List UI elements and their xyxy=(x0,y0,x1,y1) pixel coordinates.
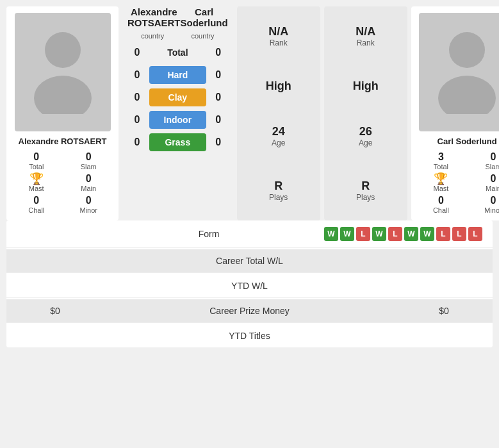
player2-age: 26 Age xyxy=(359,125,372,147)
grass-badge: Grass xyxy=(149,133,206,151)
bottom-section: Form W W L W L W W L L L Career Total W/… xyxy=(6,220,493,347)
player2-peak: High xyxy=(353,79,379,93)
player2-slam: 0 Slam xyxy=(470,151,499,170)
indoor-badge: Indoor xyxy=(149,111,206,129)
player1-info-panel: N/A Rank High 24 Age R Plays xyxy=(237,6,320,220)
player1-age: 24 Age xyxy=(272,125,285,147)
form-badge-1: W xyxy=(324,227,338,241)
ytd-wl-row: YTD W/L xyxy=(6,274,493,298)
form-badge-10: L xyxy=(468,227,482,241)
career-wl-row: Career Total W/L xyxy=(6,249,493,273)
player1-mast: 🏆 Mast xyxy=(13,173,60,192)
clay-badge: Clay xyxy=(149,88,206,106)
player1-card: Alexandre ROTSAERT 0 Total 0 Slam 🏆 Mast… xyxy=(6,6,119,220)
player2-rank: N/A Rank xyxy=(356,25,375,47)
prize-label: Career Prize Money xyxy=(94,306,405,316)
form-badge-2: W xyxy=(340,227,354,241)
total-badge: Total xyxy=(149,44,206,62)
surface-clay: 0 Clay 0 xyxy=(127,87,228,108)
form-badge-9: L xyxy=(452,227,466,241)
player2-chall: 0 Chall xyxy=(418,195,465,214)
player2-card: Carl Soderlund 3 Total 0 Slam 🏆 Mast 0 M… xyxy=(411,6,499,220)
player1-country: country xyxy=(141,32,164,40)
player2-country: country xyxy=(191,32,214,40)
total-score-right: 0 xyxy=(209,47,228,58)
indoor-score-left: 0 xyxy=(127,114,147,126)
player1-peak: High xyxy=(266,79,291,93)
svg-point-1 xyxy=(34,76,92,114)
player1-stats: 0 Total 0 Slam 🏆 Mast 0 Main 0 Chall xyxy=(13,151,112,214)
ytd-titles-row: YTD Titles xyxy=(6,324,493,347)
surfaces-section: 0 Total 0 0 Hard 0 0 Clay 0 0 xyxy=(127,42,228,153)
comparison-section: Alexandre ROTSAERT 0 Total 0 Slam 🏆 Mast… xyxy=(6,6,493,220)
form-label: Form xyxy=(94,229,324,239)
prize-right: $0 xyxy=(405,306,482,316)
surface-grass: 0 Grass 0 xyxy=(127,132,228,153)
grass-score-right: 0 xyxy=(209,137,228,148)
player2-avatar xyxy=(419,13,499,131)
surface-hard: 0 Hard 0 xyxy=(127,65,228,85)
player1-total: 0 Total xyxy=(13,151,60,170)
form-badges-container: W W L W L W W L L L xyxy=(324,227,482,241)
player1-minor: 0 Minor xyxy=(65,195,113,214)
player2-plays: R Plays xyxy=(356,179,375,202)
player1-plays: R Plays xyxy=(269,179,288,202)
indoor-score-right: 0 xyxy=(209,114,228,126)
player2-total: 3 Total xyxy=(418,151,465,170)
player1-main: 0 Main xyxy=(65,173,113,192)
surface-indoor: 0 Indoor 0 xyxy=(127,110,228,130)
player1-name-top: Alexandre Alexandre ROTSAERT ROTSAERT xyxy=(127,6,181,28)
player-names-row: Alexandre Alexandre ROTSAERT ROTSAERT Ca… xyxy=(127,6,228,28)
middle-panel: Alexandre Alexandre ROTSAERT ROTSAERT Ca… xyxy=(122,6,233,220)
hard-badge: Hard xyxy=(149,66,206,84)
player1-rank: N/A Rank xyxy=(268,25,288,47)
player2-info-panel: N/A Rank High 26 Age R Plays xyxy=(324,6,407,220)
total-score-left: 0 xyxy=(127,47,147,58)
player2-name-top: Carl Soderlund xyxy=(181,6,228,28)
prize-row: $0 Career Prize Money $0 xyxy=(6,299,493,323)
form-badge-7: W xyxy=(420,227,434,241)
ytd-titles-label: YTD Titles xyxy=(94,331,405,341)
clay-score-right: 0 xyxy=(209,92,228,103)
form-badge-5: L xyxy=(388,227,402,241)
player1-chall: 0 Chall xyxy=(13,195,60,214)
player2-mast: 🏆 Mast xyxy=(418,173,465,192)
form-badge-6: W xyxy=(404,227,418,241)
svg-point-3 xyxy=(438,76,496,114)
svg-point-2 xyxy=(449,32,485,68)
hard-score-right: 0 xyxy=(209,69,228,81)
form-row: Form W W L W L W W L L L xyxy=(6,220,493,248)
player1-name: Alexandre ROTSAERT xyxy=(19,137,107,146)
grass-score-left: 0 xyxy=(127,137,147,148)
form-badge-3: L xyxy=(356,227,370,241)
career-wl-label: Career Total W/L xyxy=(94,256,405,266)
hard-score-left: 0 xyxy=(127,69,147,81)
form-badge-4: W xyxy=(372,227,386,241)
ytd-wl-label: YTD W/L xyxy=(94,281,405,291)
player2-minor: 0 Minor xyxy=(470,195,499,214)
form-badge-8: L xyxy=(436,227,450,241)
player2-stats: 3 Total 0 Slam 🏆 Mast 0 Main 0 Chall xyxy=(418,151,499,214)
clay-score-left: 0 xyxy=(127,92,147,103)
prize-left: $0 xyxy=(17,306,94,316)
main-container: Alexandre ROTSAERT 0 Total 0 Slam 🏆 Mast… xyxy=(0,0,499,354)
player2-main: 0 Main xyxy=(470,173,499,192)
player1-avatar xyxy=(15,13,111,131)
surface-total: 0 Total 0 xyxy=(127,42,228,63)
country-flags-row: country country xyxy=(127,32,228,40)
player1-slam: 0 Slam xyxy=(65,151,113,170)
svg-point-0 xyxy=(45,32,81,68)
player2-name: Carl Soderlund xyxy=(438,137,497,146)
